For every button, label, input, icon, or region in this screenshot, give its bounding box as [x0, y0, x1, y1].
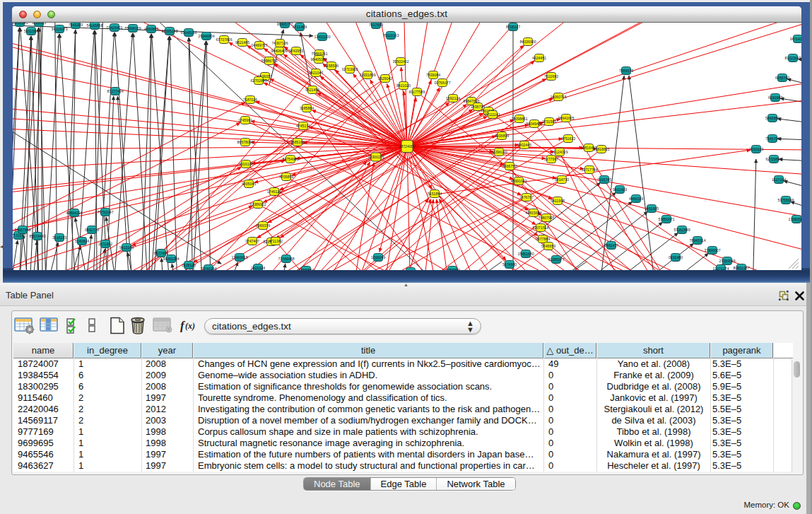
svg-text:8708317: 8708317 [506, 25, 520, 29]
svg-text:76945314: 76945314 [689, 238, 705, 243]
svg-text:76320163: 76320163 [382, 33, 399, 37]
svg-text:34714345: 34714345 [789, 37, 801, 41]
svg-text:43815614: 43815614 [525, 211, 541, 215]
svg-text:8721489: 8721489 [293, 25, 307, 29]
svg-text:71746488: 71746488 [278, 257, 294, 261]
svg-text:16060715: 16060715 [550, 95, 566, 99]
svg-text:67737826: 67737826 [216, 37, 232, 42]
svg-text:81223623: 81223623 [784, 56, 801, 60]
svg-text:54145868: 54145868 [86, 23, 102, 28]
svg-text:9821465: 9821465 [235, 40, 249, 45]
svg-text:2731585: 2731585 [542, 119, 556, 124]
svg-text:51850671: 51850671 [658, 217, 674, 221]
svg-text:9743953: 9743953 [289, 49, 303, 53]
svg-text:1491905: 1491905 [645, 206, 659, 211]
svg-text:5674680: 5674680 [502, 262, 517, 267]
svg-text:52717744: 52717744 [581, 168, 597, 172]
svg-text:4745171: 4745171 [296, 124, 310, 128]
svg-text:37996507: 37996507 [704, 248, 720, 252]
svg-text:1476797: 1476797 [519, 195, 534, 199]
svg-text:79807935: 79807935 [538, 216, 554, 220]
svg-text:1969379: 1969379 [256, 223, 270, 228]
svg-text:6658760: 6658760 [775, 76, 789, 80]
svg-text:49894134: 49894134 [66, 211, 82, 215]
svg-text:28098851: 28098851 [511, 117, 527, 121]
svg-text:4966319: 4966319 [629, 197, 643, 201]
svg-text:65648236: 65648236 [180, 30, 196, 35]
svg-text:1746120: 1746120 [267, 189, 281, 194]
svg-text:84036900: 84036900 [519, 40, 536, 44]
svg-text:7346706: 7346706 [765, 136, 779, 141]
svg-text:4316117: 4316117 [239, 162, 253, 166]
svg-text:27354549: 27354549 [719, 259, 735, 263]
svg-text:3529042: 3529042 [378, 76, 392, 81]
svg-text:23124329: 23124329 [551, 150, 567, 154]
svg-text:80831367: 80831367 [733, 266, 749, 270]
svg-text:86578091: 86578091 [237, 140, 253, 144]
svg-text:13433200: 13433200 [314, 35, 330, 39]
svg-text:99091334: 99091334 [163, 257, 179, 261]
svg-text:9751613: 9751613 [561, 136, 575, 141]
svg-text:4711382: 4711382 [269, 239, 283, 243]
svg-text:18300295: 18300295 [367, 155, 384, 159]
svg-text:82071518: 82071518 [532, 226, 548, 230]
svg-text:4936899: 4936899 [495, 134, 509, 138]
svg-text:85574443: 85574443 [29, 234, 45, 238]
svg-text:3518233: 3518233 [52, 235, 66, 240]
svg-text:5331586: 5331586 [24, 29, 38, 33]
svg-text:1745961: 1745961 [238, 118, 252, 122]
svg-text:9421047: 9421047 [309, 71, 323, 75]
svg-text:5240824: 5240824 [75, 239, 89, 243]
svg-text:1592124: 1592124 [446, 96, 460, 100]
svg-text:6690967: 6690967 [768, 95, 782, 100]
svg-text:4060883: 4060883 [144, 27, 158, 31]
svg-text:94406409: 94406409 [271, 49, 287, 53]
svg-text:01429401: 01429401 [106, 25, 122, 30]
svg-text:34216073: 34216073 [51, 27, 67, 31]
svg-text:1399049: 1399049 [371, 255, 385, 259]
svg-text:29946804: 29946804 [198, 34, 214, 38]
svg-text:4324451: 4324451 [532, 56, 546, 60]
svg-text:3226025: 3226025 [32, 23, 46, 25]
svg-text:1627204: 1627204 [772, 177, 786, 182]
svg-text:3709859: 3709859 [279, 175, 293, 179]
svg-text:87277434: 87277434 [107, 89, 123, 93]
svg-text:5814770: 5814770 [555, 177, 569, 182]
svg-text:7622683: 7622683 [544, 74, 558, 78]
svg-text:3285884: 3285884 [300, 106, 314, 110]
svg-text:96405377: 96405377 [310, 57, 326, 62]
svg-text:45991022: 45991022 [510, 179, 526, 183]
svg-text:3482477: 3482477 [604, 243, 618, 247]
svg-text:2328120: 2328120 [182, 263, 196, 267]
svg-text:7889579: 7889579 [619, 69, 633, 73]
svg-text:62702895: 62702895 [250, 78, 266, 83]
svg-text:9413186: 9413186 [119, 245, 134, 250]
svg-text:9912419: 9912419 [613, 187, 627, 192]
svg-text:71756551: 71756551 [444, 268, 460, 270]
svg-text:7917693: 7917693 [369, 23, 383, 27]
svg-text:3747407: 3747407 [245, 239, 259, 243]
svg-text:02296120: 02296120 [490, 150, 507, 154]
svg-text:5151864: 5151864 [428, 192, 442, 196]
svg-text:8366752: 8366752 [502, 164, 517, 168]
svg-text:13493618: 13493618 [231, 255, 247, 259]
svg-text:13171274: 13171274 [712, 267, 729, 270]
svg-text:7193745: 7193745 [597, 177, 611, 182]
svg-text:32931839: 32931839 [359, 73, 375, 77]
svg-text:2421024: 2421024 [251, 266, 265, 270]
svg-text:(x): (x) [185, 321, 195, 331]
svg-text:96641605: 96641605 [558, 116, 574, 120]
svg-text:1277997: 1277997 [544, 157, 558, 161]
svg-text:9521456: 9521456 [305, 88, 319, 92]
svg-text:61595148: 61595148 [161, 29, 177, 33]
svg-text:57262849: 57262849 [673, 228, 690, 232]
svg-text:98262045: 98262045 [13, 23, 28, 25]
svg-text:77752047: 77752047 [97, 210, 113, 214]
svg-text:7187026: 7187026 [243, 98, 257, 102]
svg-text:0330923: 0330923 [749, 147, 763, 151]
svg-text:0842710: 0842710 [85, 228, 99, 232]
svg-text:2787429: 2787429 [404, 269, 418, 270]
svg-text:8677496: 8677496 [154, 251, 168, 255]
svg-text:36995777: 36995777 [276, 23, 293, 26]
svg-text:62386922: 62386922 [249, 202, 266, 206]
